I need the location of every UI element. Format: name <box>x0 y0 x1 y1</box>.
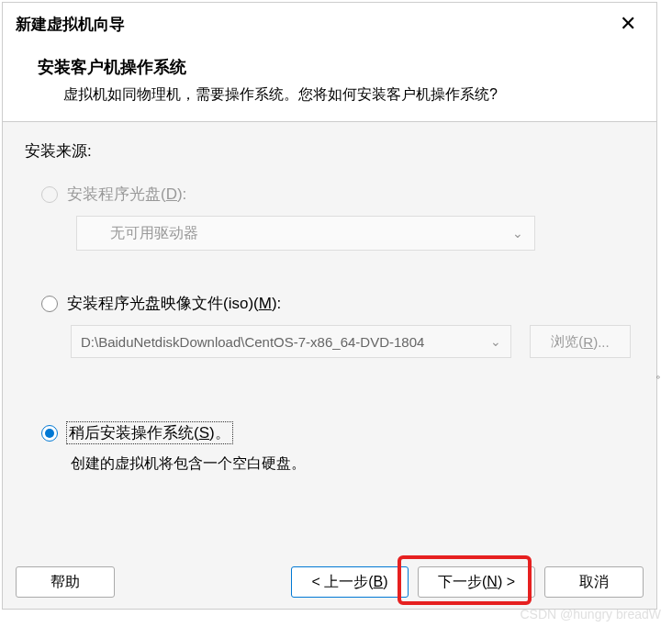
chevron-down-icon: ⌄ <box>512 226 523 241</box>
page-title: 安装客户机操作系统 <box>38 56 622 78</box>
option-disc-row[interactable]: 安装程序光盘(D): <box>25 184 634 205</box>
source-label: 安装来源: <box>25 140 634 162</box>
footer: 帮助 < 上一步(B) 下一步(N) > 取消 <box>3 555 656 609</box>
iso-input-row: D:\BaiduNetdiskDownload\CentOS-7-x86_64-… <box>71 325 634 358</box>
later-hint: 创建的虚拟机将包含一个空白硬盘。 <box>71 454 634 474</box>
watermark: CSDN @hungry breadW <box>521 607 662 621</box>
header-section: 安装客户机操作系统 虚拟机如同物理机，需要操作系统。您将如何安装客户机操作系统? <box>3 45 656 122</box>
page-description: 虚拟机如同物理机，需要操作系统。您将如何安装客户机操作系统? <box>38 85 622 105</box>
wizard-dialog: 新建虚拟机向导 ✕ 安装客户机操作系统 虚拟机如同物理机，需要操作系统。您将如何… <box>2 2 657 610</box>
option-later-group: 稍后安装操作系统(S)。 创建的虚拟机将包含一个空白硬盘。 <box>25 422 634 474</box>
dialog-title: 新建虚拟机向导 <box>16 14 125 35</box>
option-iso-row[interactable]: 安装程序光盘映像文件(iso)(M): <box>25 293 634 314</box>
disc-dropdown-text: 无可用驱动器 <box>110 224 512 243</box>
radio-disc-label: 安装程序光盘(D): <box>67 184 186 205</box>
next-button[interactable]: 下一步(N) > <box>418 566 535 598</box>
radio-iso[interactable] <box>41 296 58 312</box>
disc-dropdown: 无可用驱动器 ⌄ <box>76 216 535 251</box>
iso-path-text: D:\BaiduNetdiskDownload\CentOS-7-x86_64-… <box>81 334 424 350</box>
content-area: 安装来源: 安装程序光盘(D): 无可用驱动器 ⌄ 安装程序光盘映像文件(iso… <box>3 122 656 581</box>
back-button[interactable]: < 上一步(B) <box>291 566 409 598</box>
close-icon[interactable]: ✕ <box>612 10 644 38</box>
chevron-down-icon: ⌄ <box>490 334 501 349</box>
radio-disc <box>41 186 58 203</box>
cancel-button[interactable]: 取消 <box>544 566 644 598</box>
iso-path-dropdown: D:\BaiduNetdiskDownload\CentOS-7-x86_64-… <box>71 325 511 358</box>
option-disc-group: 安装程序光盘(D): 无可用驱动器 ⌄ <box>25 184 634 251</box>
help-button[interactable]: 帮助 <box>16 566 115 598</box>
option-iso-group: 安装程序光盘映像文件(iso)(M): D:\BaiduNetdiskDownl… <box>25 293 634 358</box>
browse-button: 浏览(R)... <box>530 325 631 358</box>
titlebar: 新建虚拟机向导 ✕ <box>3 3 656 45</box>
option-later-row[interactable]: 稍后安装操作系统(S)。 <box>25 422 634 443</box>
decorative-dot: 。 <box>655 365 668 382</box>
radio-iso-label: 安装程序光盘映像文件(iso)(M): <box>67 293 281 314</box>
radio-later-label: 稍后安装操作系统(S)。 <box>67 422 232 443</box>
radio-later[interactable] <box>41 425 58 442</box>
